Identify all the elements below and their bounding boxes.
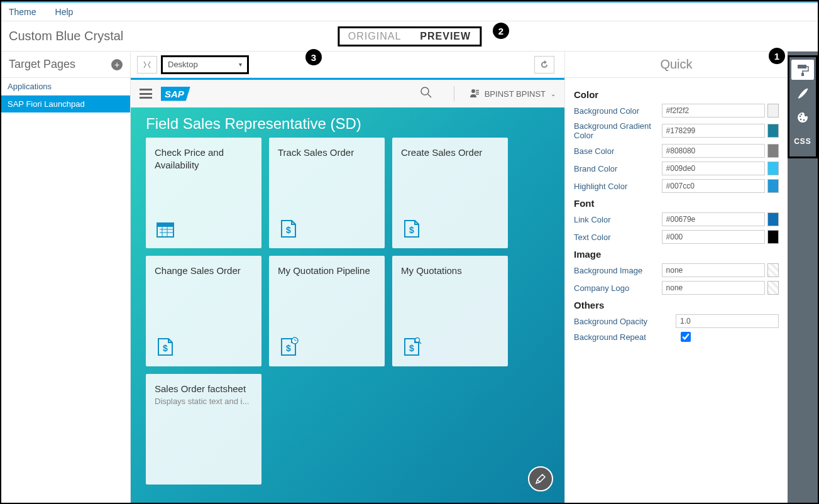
input-link-color[interactable] <box>662 212 765 226</box>
device-select-value: Desktop <box>168 60 198 69</box>
swatch-highlight-color[interactable] <box>767 179 779 193</box>
sidebar-section-applications[interactable]: Applications <box>1 78 130 96</box>
split-icon <box>143 60 151 69</box>
theme-title: Custom Blue Crystal <box>9 29 123 43</box>
tile-factsheet[interactable]: Sales Order factsheet Displays static te… <box>146 374 261 485</box>
section-others: Others <box>574 300 779 310</box>
edit-fab[interactable] <box>528 466 553 491</box>
swatch-base-color[interactable] <box>767 144 779 158</box>
tile-my-quotations[interactable]: My Quotations $ <box>392 256 508 366</box>
target-pages-sidebar: Target Pages + Applications SAP Fiori La… <box>1 52 131 503</box>
tile-check-price[interactable]: Check Price and Availability <box>146 138 261 248</box>
input-bg-image[interactable] <box>662 263 765 277</box>
swatch-text-color[interactable] <box>767 230 779 244</box>
tile-create-sales[interactable]: Create Sales Order $ <box>392 138 508 248</box>
svg-point-27 <box>803 119 805 121</box>
svg-rect-23 <box>801 73 804 76</box>
rail-expert-button[interactable] <box>791 84 814 104</box>
hamburger-icon[interactable] <box>140 89 152 99</box>
rail-quick-button[interactable] <box>791 60 814 80</box>
label-company-logo: Company Logo <box>574 283 662 293</box>
svg-text:$: $ <box>286 225 291 235</box>
tile-title: My Quotation Pipeline <box>278 265 376 277</box>
swatch-bg-gradient[interactable] <box>767 124 779 138</box>
tile-change-sales[interactable]: Change Sales Order $ <box>146 256 261 366</box>
svg-line-21 <box>419 342 421 344</box>
label-text-color: Text Color <box>574 233 662 242</box>
dollar-document-clock-icon: $ <box>278 336 299 358</box>
svg-point-26 <box>800 119 802 121</box>
callout-1: 1 <box>769 48 785 64</box>
toggle-split-button[interactable] <box>137 56 157 74</box>
preview-tabs: ORIGINAL PREVIEW <box>338 26 481 47</box>
swatch-brand-color[interactable] <box>767 162 779 175</box>
dollar-document-icon: $ <box>401 218 422 239</box>
tile-quotation-pipeline[interactable]: My Quotation Pipeline $ <box>269 256 385 366</box>
rail-css-button[interactable]: CSS <box>791 131 814 151</box>
tile-container: Check Price and Availability Track Sales… <box>131 138 564 485</box>
input-base-color[interactable] <box>662 144 765 158</box>
swatch-bg-image[interactable] <box>767 263 779 277</box>
label-bg-color: Background Color <box>574 106 662 116</box>
checkbox-bg-repeat[interactable] <box>681 332 691 342</box>
tile-title: Check Price and Availability <box>155 146 253 171</box>
shell-header: SAP BPINST BPINST ⌄ <box>131 80 564 107</box>
user-name: BPINST BPINST <box>485 89 546 99</box>
tile-track-sales[interactable]: Track Sales Order $ <box>269 138 385 248</box>
dollar-document-icon: $ <box>155 336 176 358</box>
rail-palette-button[interactable] <box>791 107 814 128</box>
swatch-link-color[interactable] <box>767 212 779 226</box>
input-brand-color[interactable] <box>662 162 765 175</box>
feather-icon <box>797 88 808 99</box>
user-icon <box>470 88 480 100</box>
sidebar-item-launchpad[interactable]: SAP Fiori Launchpad <box>1 96 130 112</box>
user-menu[interactable]: BPINST BPINST ⌄ <box>470 88 556 100</box>
palette-icon <box>796 111 809 124</box>
tab-original[interactable]: ORIGINAL <box>348 31 401 42</box>
tile-title: Change Sales Order <box>155 265 253 277</box>
svg-rect-3 <box>476 90 479 91</box>
calendar-icon <box>155 218 176 239</box>
callout-3: 3 <box>305 49 322 65</box>
dollar-document-search-icon: $ <box>401 336 422 358</box>
input-highlight-color[interactable] <box>662 179 765 193</box>
title-bar: Custom Blue Crystal ORIGINAL PREVIEW <box>1 21 818 52</box>
dollar-document-icon: $ <box>278 218 299 239</box>
input-bg-gradient[interactable] <box>662 124 765 138</box>
input-company-logo[interactable] <box>662 281 765 295</box>
menu-theme[interactable]: Theme <box>9 7 36 17</box>
label-base-color: Base Color <box>574 146 662 156</box>
refresh-button[interactable] <box>534 56 554 74</box>
input-bg-color[interactable] <box>662 104 765 118</box>
svg-rect-5 <box>476 94 479 95</box>
svg-point-25 <box>801 114 803 116</box>
menu-bar: Theme Help <box>1 1 818 21</box>
chevron-down-icon: ▾ <box>239 61 242 68</box>
svg-point-24 <box>800 116 801 118</box>
label-bg-opacity: Background Opacity <box>574 317 676 326</box>
add-page-button[interactable]: + <box>111 59 123 70</box>
svg-point-2 <box>471 89 475 93</box>
section-color: Color <box>574 89 779 100</box>
svg-text:$: $ <box>409 225 414 235</box>
svg-point-20 <box>415 338 420 342</box>
search-icon[interactable] <box>420 86 432 102</box>
tab-preview[interactable]: PREVIEW <box>420 31 471 42</box>
menu-help[interactable]: Help <box>55 7 74 17</box>
section-image: Image <box>574 249 779 260</box>
refresh-icon <box>540 60 549 69</box>
swatch-bg-color[interactable] <box>767 104 779 118</box>
device-select[interactable]: Desktop ▾ <box>161 55 249 74</box>
roller-icon <box>796 63 809 76</box>
swatch-company-logo[interactable] <box>767 281 779 295</box>
tile-title: Create Sales Order <box>401 146 499 159</box>
svg-rect-22 <box>798 65 806 68</box>
divider <box>454 86 454 101</box>
sidebar-title: Target Pages <box>9 58 75 71</box>
label-bg-image: Background Image <box>574 266 662 275</box>
preview-area: SAP BPINST BPINST ⌄ Field Sales Represen… <box>131 78 564 503</box>
pencil-icon <box>535 473 546 485</box>
input-bg-opacity[interactable] <box>676 314 779 328</box>
callout-2: 2 <box>493 23 509 39</box>
input-text-color[interactable] <box>662 230 765 244</box>
